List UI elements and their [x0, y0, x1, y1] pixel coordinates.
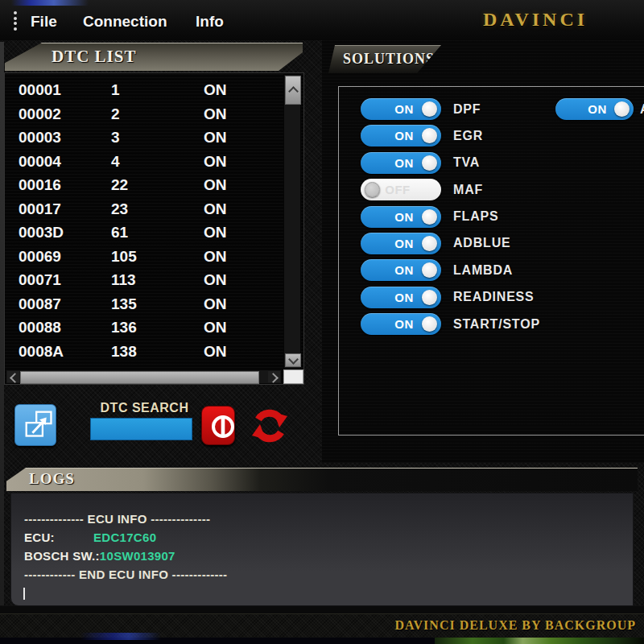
power-icon: [207, 407, 239, 445]
dtc-list-title: DTC LIST: [52, 47, 136, 67]
log-rule-text: -------------- ECU INFO --------------: [24, 512, 210, 526]
scroll-up-button[interactable]: [285, 76, 301, 105]
davinci-app-window: File Connection Info DAVINCI DTC LIST 00…: [0, 0, 644, 644]
solution-label: TVA: [453, 155, 480, 170]
export-button[interactable]: [14, 404, 56, 446]
dtc-status-cell: ON: [204, 221, 227, 245]
solutions-toggles: ON DPF ON EGR ON TVA: [361, 98, 626, 341]
dtc-status-cell: ON: [204, 292, 227, 316]
solution-label: LAMBDA: [453, 263, 513, 278]
solution-label: READINESS: [453, 290, 535, 304]
dtc-code-cell: 0003D: [19, 221, 64, 245]
scrollbar-thumb[interactable]: [20, 371, 259, 384]
dtc-code-cell: 0008A: [19, 340, 64, 364]
table-row[interactable]: 00001 1 ON: [5, 78, 287, 102]
dtc-decimal-cell: 23: [111, 197, 128, 221]
dtc-status-cell: ON: [204, 245, 227, 269]
menu-item-file[interactable]: File: [31, 13, 57, 31]
solution-toggle[interactable]: ON: [361, 287, 441, 308]
toggle-row: ON TVA: [361, 152, 626, 174]
log-key: ECU:: [24, 528, 93, 547]
toggle-state-label: ON: [385, 313, 423, 335]
scroll-right-button[interactable]: [268, 371, 280, 382]
solution-label: FLAPS: [453, 209, 498, 224]
log-value: 10SW013907: [100, 549, 175, 563]
dtc-status-cell: ON: [204, 340, 227, 364]
dtc-decimal-cell: 61: [111, 221, 128, 245]
solution-toggle[interactable]: OFF: [361, 179, 441, 200]
footer-branding: DAVINCI DELUXE BY BACKGROUP: [395, 618, 636, 633]
dtc-list-table: 00001 1 ON 00002 2 ON 00003 3 ON 00: [4, 72, 304, 385]
toggle-knob-icon: [422, 236, 437, 251]
open-in-new-window-icon: [20, 406, 60, 446]
log-line: BOSCH SW.:10SW013907: [24, 547, 227, 565]
solution-toggle[interactable]: ON: [361, 313, 441, 335]
dtc-code-cell: 00088: [19, 316, 61, 340]
dtc-code-cell: 00069: [19, 245, 61, 269]
log-rule-text: ------------ END ECU INFO -------------: [24, 568, 227, 581]
menu-item-info[interactable]: Info: [196, 13, 224, 31]
table-row[interactable]: 0003D 61 ON: [5, 221, 287, 245]
dtc-search-label: DTC SEARCH: [78, 401, 211, 415]
menu-item-connection[interactable]: Connection: [83, 13, 167, 31]
dtc-decimal-cell: 1: [111, 78, 120, 102]
dtc-status-cell: ON: [204, 197, 227, 221]
solution-label: ADBLUE: [453, 236, 510, 250]
solution-toggle-extra[interactable]: ON: [555, 98, 634, 120]
log-line: -------------- ECU INFO --------------: [24, 510, 227, 528]
dtc-code-cell: 00004: [19, 150, 61, 174]
table-row[interactable]: 00069 105 ON: [5, 245, 287, 269]
grip-icon[interactable]: [14, 11, 19, 31]
extra-toggle-row: ON A: [555, 98, 644, 120]
toggle-state-label: ON: [385, 233, 423, 254]
toggle-state-label: ON: [385, 125, 423, 147]
table-row[interactable]: 00071 113 ON: [5, 268, 287, 292]
solution-toggle[interactable]: ON: [361, 233, 441, 254]
log-command-input[interactable]: [13, 584, 631, 604]
table-row[interactable]: 00004 4 ON: [5, 150, 287, 174]
horizontal-scrollbar: [6, 369, 282, 384]
scroll-down-button[interactable]: [285, 353, 301, 367]
table-row[interactable]: 00003 3 ON: [5, 126, 287, 150]
chevron-right-icon: [268, 373, 279, 383]
toggle-knob-icon: [614, 101, 630, 117]
dtc-status-cell: ON: [204, 268, 227, 292]
solution-toggle[interactable]: ON: [361, 125, 441, 147]
dtc-decimal-cell: 2: [111, 102, 120, 126]
power-stop-button[interactable]: [201, 406, 235, 445]
dtc-code-cell: 00002: [19, 102, 61, 126]
scroll-left-button[interactable]: [7, 371, 19, 382]
solution-toggle[interactable]: ON: [361, 98, 441, 120]
app-title: DAVINCI: [459, 9, 612, 31]
log-lines: -------------- ECU INFO -------------- E…: [24, 510, 227, 584]
chevron-left-icon: [10, 373, 20, 383]
toggle-state-label: ON: [579, 98, 616, 120]
solution-label: MAF: [453, 183, 483, 197]
toggle-knob-icon: [422, 209, 437, 225]
toggle-knob-icon: [422, 290, 437, 305]
dtc-search-input[interactable]: [90, 418, 192, 440]
menubar: File Connection Info DAVINCI: [0, 0, 644, 40]
solution-label: A: [640, 102, 644, 117]
dtc-status-cell: ON: [204, 126, 227, 150]
table-row[interactable]: 00002 2 ON: [5, 102, 287, 126]
table-row[interactable]: 0008A 138 ON: [5, 340, 287, 364]
table-row[interactable]: 00017 23 ON: [5, 197, 287, 221]
solution-toggle[interactable]: ON: [361, 152, 441, 174]
table-row[interactable]: 00016 22 ON: [5, 173, 287, 197]
table-row[interactable]: 00088 136 ON: [5, 316, 287, 340]
dtc-code-cell: 00071: [19, 268, 61, 292]
table-row[interactable]: 00087 135 ON: [5, 292, 287, 316]
solution-toggle[interactable]: ON: [361, 206, 441, 228]
solution-label: START/STOP: [453, 317, 540, 332]
solution-toggle[interactable]: ON: [361, 259, 441, 281]
toggle-knob-icon: [422, 262, 437, 278]
toggle-knob-icon: [422, 316, 437, 332]
dtc-decimal-cell: 3: [111, 126, 120, 150]
refresh-button[interactable]: [242, 402, 287, 448]
dtc-decimal-cell: 113: [111, 268, 136, 292]
footer-divider: [0, 606, 644, 613]
dtc-status-cell: ON: [204, 173, 227, 197]
chevron-down-icon: [288, 354, 299, 365]
refresh-icon: [247, 402, 292, 449]
